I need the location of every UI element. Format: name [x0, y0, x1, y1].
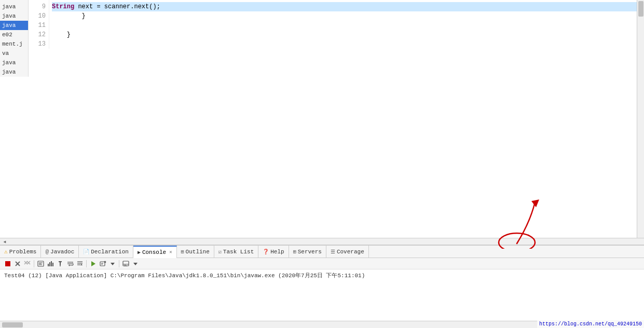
open-console-button[interactable] [98, 259, 107, 268]
toolbar-separator-1 [34, 260, 34, 267]
file-item[interactable]: java [0, 11, 28, 21]
svg-rect-13 [51, 261, 52, 266]
file-item[interactable]: java [0, 58, 28, 67]
file-panel: java java java e02 ment.j va java java [0, 0, 29, 77]
tab-help[interactable]: ❓ Help [258, 246, 289, 258]
tasklist-icon: ☑ [218, 249, 222, 255]
code-line-12: } [52, 30, 644, 39]
tab-bar: ⚠ Problems @ Javadoc 📄 Declaration ▶ Con… [0, 246, 644, 258]
word-wrap-button[interactable] [65, 259, 75, 268]
tab-problems-label: Problems [9, 249, 37, 255]
pin-console-button[interactable] [56, 259, 65, 268]
tab-declaration[interactable]: 📄 Declaration [79, 246, 133, 258]
console-dropdown-button[interactable] [108, 259, 117, 268]
tab-problems[interactable]: ⚠ Problems [0, 246, 41, 258]
console-icon: ▶ [138, 249, 141, 255]
problems-icon: ⚠ [4, 248, 8, 255]
tab-console[interactable]: ▶ Console ✕ [133, 246, 177, 258]
bar-chart-button[interactable] [46, 259, 55, 268]
svg-rect-14 [52, 263, 53, 266]
console-output: Test04 (12) [Java Application] C:\Progra… [0, 269, 644, 281]
close-icon[interactable]: ✕ [169, 249, 172, 255]
svg-marker-24 [80, 264, 83, 265]
file-item-active[interactable]: java [0, 21, 28, 30]
tab-servers[interactable]: ⊞ Servers [289, 246, 326, 258]
editor-area: 9 10 11 12 13 String next = scanner.next… [29, 0, 644, 245]
terminate-button[interactable] [3, 259, 12, 268]
hscroll-thumb[interactable] [2, 322, 23, 327]
editor-vscrollbar[interactable] [637, 0, 644, 238]
view-menu-button[interactable] [131, 259, 140, 268]
tab-coverage[interactable]: ☰ Coverage [326, 246, 369, 258]
display-console-button[interactable] [121, 259, 130, 268]
svg-marker-31 [111, 263, 115, 265]
svg-rect-12 [49, 262, 50, 266]
remove-all-button[interactable] [23, 259, 32, 268]
editor-hscrollbar[interactable]: ◀ [0, 238, 644, 245]
code-line-11 [52, 21, 644, 30]
tab-coverage-label: Coverage [337, 249, 364, 255]
help-icon: ❓ [263, 249, 269, 255]
tab-help-label: Help [270, 249, 284, 255]
tab-javadoc-label: Javadoc [50, 249, 74, 255]
file-item[interactable]: java [0, 2, 28, 11]
svg-marker-20 [68, 264, 70, 266]
remove-launch-button[interactable] [13, 259, 22, 268]
tab-tasklist-label: Task List [223, 249, 254, 255]
tab-outline[interactable]: ⊞ Outline [177, 246, 214, 258]
console-output-text: Test04 (12) [Java Application] C:\Progra… [4, 273, 365, 279]
coverage-icon: ☰ [331, 249, 335, 255]
svg-marker-25 [91, 261, 95, 266]
tab-outline-label: Outline [186, 249, 210, 255]
tab-console-label: Console [142, 249, 166, 255]
console-toolbar [0, 258, 644, 269]
url-watermark: https://blog.csdn.net/qq_49249150 [537, 320, 644, 328]
svg-rect-26 [100, 262, 105, 266]
servers-icon: ⊞ [293, 249, 296, 255]
file-item[interactable]: java [0, 67, 28, 77]
code-line-10: } [52, 11, 644, 21]
svg-rect-15 [59, 261, 62, 262]
line-numbers: 9 10 11 12 13 [29, 0, 49, 49]
tab-declaration-label: Declaration [91, 249, 129, 255]
bottom-panel: ⚠ Problems @ Javadoc 📄 Declaration ▶ Con… [0, 245, 644, 328]
scroll-left-arrow[interactable]: ◀ [2, 239, 7, 244]
run-button[interactable] [88, 259, 98, 268]
toolbar-separator-2 [86, 260, 87, 267]
svg-rect-16 [60, 262, 61, 265]
javadoc-icon: @ [45, 249, 49, 255]
code-area: 9 10 11 12 13 String next = scanner.next… [29, 0, 644, 245]
svg-marker-36 [133, 263, 138, 265]
code-line-13 [52, 39, 644, 49]
file-item[interactable]: e02 [0, 30, 28, 39]
svg-rect-32 [123, 261, 129, 266]
toolbar-separator-3 [119, 260, 119, 267]
tab-tasklist[interactable]: ☑ Task List [214, 246, 258, 258]
tab-servers-label: Servers [298, 249, 322, 255]
vscroll-thumb[interactable] [638, 1, 643, 17]
code-content: String next = scanner.next(); } } [52, 0, 644, 245]
scroll-lock-button[interactable] [75, 259, 85, 268]
new-console-button[interactable] [36, 259, 45, 268]
declaration-icon: 📄 [83, 249, 89, 255]
tab-javadoc[interactable]: @ Javadoc [41, 246, 79, 258]
file-item[interactable]: ment.j [0, 39, 28, 49]
file-item[interactable]: va [0, 49, 28, 58]
svg-rect-11 [48, 264, 49, 266]
outline-icon: ⊞ [181, 249, 184, 255]
code-line-9: String next = scanner.next(); [52, 2, 644, 11]
svg-rect-0 [5, 261, 10, 266]
